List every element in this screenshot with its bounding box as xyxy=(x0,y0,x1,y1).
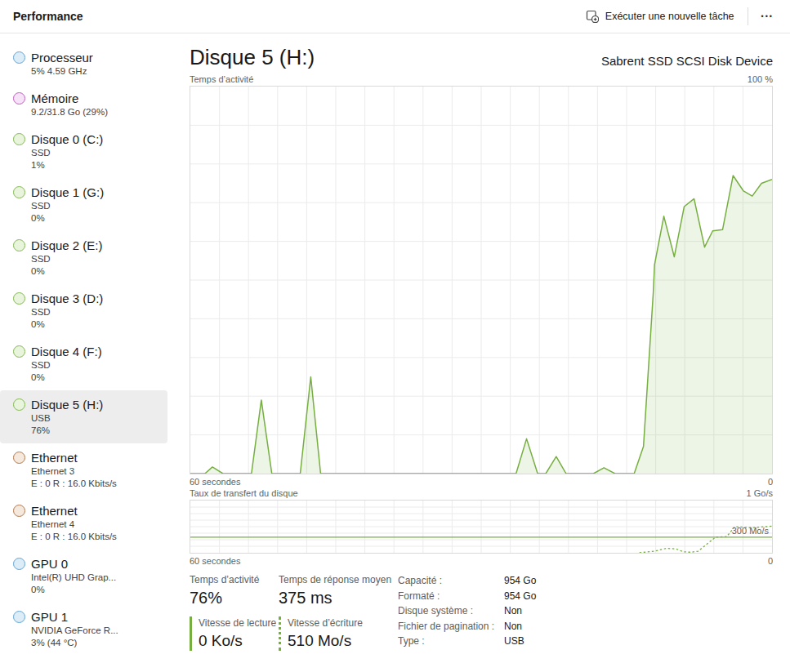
sidebar-item-sub: 0% xyxy=(31,318,103,331)
detail-value: 954 Go xyxy=(504,589,536,604)
sidebar-item-sub: 1% xyxy=(31,159,103,171)
activity-chart xyxy=(190,86,773,474)
disk-ring-icon xyxy=(13,345,25,358)
transfer-x-left: 60 secondes xyxy=(190,556,240,566)
run-new-task-icon xyxy=(586,10,599,23)
write-speed-block: Vitesse d’écriture 510 Mo/s xyxy=(279,616,398,651)
disk-ring-icon xyxy=(13,186,25,198)
activity-x-right: 0 xyxy=(768,477,773,487)
sidebar-item-ethernet3[interactable]: Ethernet Ethernet 3 E : 0 R : 16.0 Kbits… xyxy=(0,443,167,496)
active-time-label: Temps d’activité xyxy=(190,573,279,587)
sidebar-item-title: Disque 1 (G:) xyxy=(31,185,104,200)
memory-ring-icon xyxy=(13,92,25,105)
sidebar-item-title: Ethernet xyxy=(31,503,117,518)
sidebar-item-title: Disque 0 (C:) xyxy=(31,131,103,147)
sidebar-item-cpu[interactable]: Processeur 5% 4.59 GHz xyxy=(0,43,167,84)
disk-ring-icon xyxy=(13,398,25,411)
device-name: Sabrent SSD SCSI Disk Device xyxy=(601,54,773,71)
transfer-chart-max: 1 Go/s xyxy=(747,488,773,498)
sidebar-item-disk5[interactable]: Disque 5 (H:) USB 76% xyxy=(0,390,167,443)
transfer-x-right: 0 xyxy=(768,556,773,566)
detail-label: Fichier de pagination : xyxy=(398,619,504,634)
disk-ring-icon xyxy=(13,292,25,305)
response-time-value: 375 ms xyxy=(279,587,398,609)
sidebar-item-sub: E : 0 R : 16.0 Kbits/s xyxy=(31,478,117,490)
gpu-ring-icon xyxy=(13,611,25,623)
disk-title: Disque 5 (H:) xyxy=(190,43,315,71)
sidebar-item-sub: SSD xyxy=(31,200,104,212)
sidebar-item-sub: 0% xyxy=(31,584,116,596)
disk-ring-icon xyxy=(13,133,25,145)
more-options-button[interactable]: ••• xyxy=(752,6,783,27)
detail-label: Type : xyxy=(398,634,504,649)
sidebar-item-title: Processeur xyxy=(31,50,93,65)
page-title: Performance xyxy=(13,10,83,23)
header-actions: Exécuter une nouvelle tâche ••• xyxy=(576,5,783,28)
sidebar-item-sub: SSD xyxy=(31,306,103,318)
sidebar-item-sub: NVIDIA GeForce R... xyxy=(31,625,118,637)
sidebar-item-title: GPU 0 xyxy=(31,556,116,572)
detail-value: Non xyxy=(504,603,536,619)
sidebar-item-disk3[interactable]: Disque 3 (D:) SSD 0% xyxy=(0,284,167,337)
performance-sidebar: Processeur 5% 4.59 GHz Mémoire 9.2/31.8 … xyxy=(0,33,174,671)
disk-stats: Temps d’activité 76% Vitesse de lecture … xyxy=(190,573,773,651)
activity-chart-max: 100 % xyxy=(748,74,773,84)
detail-value: 954 Go xyxy=(504,573,536,589)
sidebar-item-sub: 5% 4.59 GHz xyxy=(31,65,93,78)
sidebar-item-title: GPU 1 xyxy=(31,609,118,625)
response-time-label: Temps de réponse moyen xyxy=(279,573,398,587)
sidebar-item-sub: 3% (44 °C) xyxy=(31,637,118,649)
detail-label: Capacité : xyxy=(398,573,504,589)
disk-detail-panel: Disque 5 (H:) Sabrent SSD SCSI Disk Devi… xyxy=(174,33,790,671)
detail-label: Formaté : xyxy=(398,589,504,604)
sidebar-item-sub: 0% xyxy=(31,372,102,384)
content: Processeur 5% 4.59 GHz Mémoire 9.2/31.8 … xyxy=(0,33,790,671)
sidebar-item-ethernet4[interactable]: Ethernet Ethernet 4 E : 0 R : 16.0 Kbits… xyxy=(0,496,167,550)
run-new-task-button[interactable]: Exécuter une nouvelle tâche xyxy=(576,5,744,28)
detail-label: Disque système : xyxy=(398,603,504,619)
sidebar-item-gpu0[interactable]: GPU 0 Intel(R) UHD Grap... 0% xyxy=(0,550,167,603)
sidebar-item-title: Disque 3 (D:) xyxy=(31,291,103,306)
sidebar-item-title: Ethernet xyxy=(31,450,117,465)
sidebar-item-disk2[interactable]: Disque 2 (E:) SSD 0% xyxy=(0,231,167,284)
sidebar-item-sub: 0% xyxy=(31,265,103,278)
sidebar-item-sub: E : 0 R : 16.0 Kbits/s xyxy=(31,531,117,543)
transfer-chart-label: Taux de transfert du disque xyxy=(190,488,298,498)
run-new-task-label: Exécuter une nouvelle tâche xyxy=(605,11,734,22)
sidebar-item-sub: SSD xyxy=(31,147,103,159)
sidebar-item-disk4[interactable]: Disque 4 (F:) SSD 0% xyxy=(0,337,167,390)
detail-value: Non xyxy=(504,619,536,634)
sidebar-item-memory[interactable]: Mémoire 9.2/31.8 Go (29%) xyxy=(0,84,167,125)
disk-ring-icon xyxy=(13,239,25,251)
header-divider xyxy=(748,7,748,25)
sidebar-item-title: Disque 2 (E:) xyxy=(31,238,103,253)
write-speed-value: 510 Mo/s xyxy=(288,630,398,651)
activity-chart-svg xyxy=(190,87,772,474)
sidebar-item-gpu1[interactable]: GPU 1 NVIDIA GeForce R... 3% (44 °C) xyxy=(0,603,167,656)
sidebar-item-sub: SSD xyxy=(31,359,102,372)
sidebar-item-sub: Ethernet 4 xyxy=(31,518,117,531)
detail-value: USB xyxy=(504,634,536,649)
activity-x-left: 60 secondes xyxy=(190,477,240,487)
title-bar: Performance Exécuter une nouvelle tâche … xyxy=(0,0,790,33)
sidebar-item-sub: USB xyxy=(31,412,103,425)
gpu-ring-icon xyxy=(13,558,25,570)
write-speed-label: Vitesse d’écriture xyxy=(288,616,398,630)
ethernet-ring-icon xyxy=(13,505,25,517)
sidebar-item-sub: Intel(R) UHD Grap... xyxy=(31,572,116,584)
transfer-chart-svg xyxy=(190,501,772,553)
transfer-chart: 300 Mo/s xyxy=(190,500,773,554)
sidebar-item-sub: Ethernet 3 xyxy=(31,465,117,478)
sidebar-item-sub: 0% xyxy=(31,212,104,225)
disk-details-list: Capacité : 954 Go Formaté : 954 Go Disqu… xyxy=(398,573,536,651)
read-speed-block: Vitesse de lecture 0 Ko/s xyxy=(190,616,279,651)
cpu-ring-icon xyxy=(13,51,25,64)
ethernet-ring-icon xyxy=(13,452,25,464)
sidebar-item-sub: 76% xyxy=(31,425,103,437)
activity-chart-label: Temps d’activité xyxy=(190,74,253,84)
sidebar-item-title: Disque 4 (F:) xyxy=(31,344,102,359)
read-speed-value: 0 Ko/s xyxy=(199,630,279,651)
sidebar-item-disk1[interactable]: Disque 1 (G:) SSD 0% xyxy=(0,178,167,231)
sidebar-item-disk0[interactable]: Disque 0 (C:) SSD 1% xyxy=(0,125,167,178)
sidebar-item-title: Disque 5 (H:) xyxy=(31,397,103,412)
